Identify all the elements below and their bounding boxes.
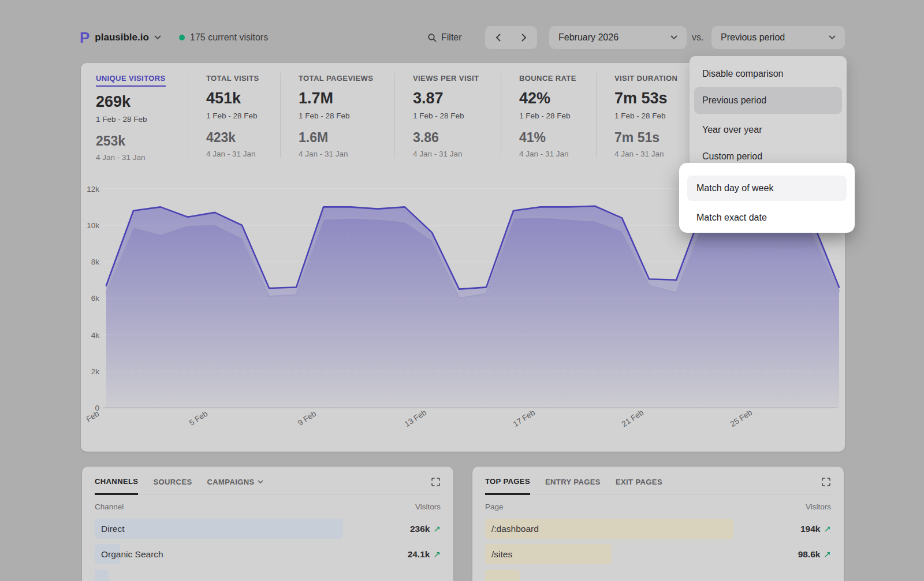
- metric-prev-period: 4 Jan - 31 Jan: [206, 150, 280, 158]
- metric-period: 1 Feb - 28 Feb: [413, 111, 501, 120]
- row-label: Direct: [95, 524, 124, 534]
- menu-item-match-day-of-week[interactable]: Match day of week: [687, 176, 847, 201]
- chevron-down-icon: [258, 480, 263, 484]
- chevron-left-icon: [495, 33, 501, 42]
- comparison-label: Previous period: [721, 32, 785, 43]
- svg-text:9 Feb: 9 Feb: [296, 409, 318, 427]
- metric-prev-period: 4 Jan - 31 Jan: [413, 150, 501, 158]
- current-visitors[interactable]: 175 current visitors: [179, 26, 268, 49]
- row-value: 194k↗: [800, 519, 831, 539]
- menu-item-previous-period[interactable]: Previous period: [694, 87, 842, 114]
- tab-top-pages[interactable]: TOP PAGES: [485, 477, 530, 495]
- metric-prev-value: 1.6M: [299, 130, 394, 146]
- metric-label: VIEWS PER VISIT: [413, 74, 479, 83]
- pages-panel: TOP PAGES ENTRY PAGES EXIT PAGES Page Vi…: [472, 467, 844, 581]
- up-right-arrow-icon: ↗: [433, 549, 441, 559]
- svg-text:17 Feb: 17 Feb: [512, 408, 536, 428]
- channels-tabs: CHANNELS SOURCES CAMPAIGNS: [95, 467, 441, 494]
- pages-rows: /:dashboard 194k↗ /sites 98.6k↗: [485, 519, 831, 581]
- metric-value: 451k: [206, 90, 280, 107]
- channels-column-headers: Channel Visitors: [95, 502, 441, 511]
- row-label: /:dashboard: [485, 524, 539, 534]
- svg-text:2k: 2k: [91, 367, 100, 376]
- chevron-right-icon: [521, 33, 527, 42]
- top-bar: P plausible.io 175 current visitors Filt…: [0, 0, 924, 58]
- metric-prev-value: 423k: [206, 130, 280, 146]
- tab-entry-pages[interactable]: ENTRY PAGES: [545, 478, 601, 494]
- current-visitors-label: 175 current visitors: [190, 32, 268, 43]
- vs-label: vs.: [692, 26, 703, 49]
- previous-period-arrow-button[interactable]: [485, 26, 511, 49]
- column-header: Channel: [95, 502, 124, 511]
- table-row[interactable]: Organic Search 24.1k↗: [95, 544, 441, 564]
- metric-value: 1.7M: [299, 90, 394, 107]
- svg-text:12k: 12k: [87, 185, 99, 193]
- column-header: Visitors: [806, 502, 831, 511]
- metric-value: 3.87: [413, 90, 501, 107]
- metric-prev-value: 41%: [519, 130, 596, 146]
- metric-total-pageviews[interactable]: TOTAL PAGEVIEWS 1.7M 1 Feb - 28 Feb 1.6M…: [280, 73, 394, 158]
- channels-rows: Direct 236k↗ Organic Search 24.1k↗: [95, 519, 441, 581]
- table-row[interactable]: Direct 236k↗: [95, 519, 441, 539]
- expand-panel-button[interactable]: [821, 477, 831, 487]
- channels-panel: CHANNELS SOURCES CAMPAIGNS Channel Visit…: [82, 467, 453, 581]
- pages-tabs: TOP PAGES ENTRY PAGES EXIT PAGES: [485, 467, 831, 494]
- svg-text:10k: 10k: [87, 221, 99, 230]
- table-row-partial: [95, 569, 441, 581]
- metric-prev-value: 7m 51s: [614, 130, 690, 146]
- pages-column-headers: Page Visitors: [485, 502, 831, 511]
- menu-item-match-exact-date[interactable]: Match exact date: [687, 205, 847, 230]
- row-label: Organic Search: [95, 549, 163, 559]
- metric-visit-duration[interactable]: VISIT DURATION 7m 53s 1 Feb - 28 Feb 7m …: [596, 73, 690, 158]
- table-row[interactable]: /sites 98.6k↗: [485, 544, 831, 564]
- site-picker[interactable]: P plausible.io: [80, 26, 161, 49]
- date-pager: [485, 26, 537, 49]
- svg-text:8k: 8k: [91, 258, 100, 266]
- row-label: /sites: [485, 549, 512, 559]
- metric-value: 7m 53s: [614, 90, 690, 107]
- svg-text:6k: 6k: [91, 294, 100, 303]
- row-value: 24.1k↗: [408, 544, 441, 564]
- svg-text:25 Feb: 25 Feb: [729, 408, 754, 428]
- comparison-button[interactable]: Previous period: [711, 26, 845, 49]
- metric-prev-period: 4 Jan - 31 Jan: [96, 153, 188, 162]
- column-header: Page: [485, 502, 504, 511]
- metric-total-visits[interactable]: TOTAL VISITS 451k 1 Feb - 28 Feb 423k 4 …: [188, 73, 280, 158]
- site-name: plausible.io: [95, 32, 149, 43]
- expand-panel-button[interactable]: [431, 477, 441, 487]
- metric-bounce-rate[interactable]: BOUNCE RATE 42% 1 Feb - 28 Feb 41% 4 Jan…: [501, 73, 596, 158]
- up-right-arrow-icon: ↗: [824, 549, 831, 559]
- metric-prev-period: 4 Jan - 31 Jan: [614, 150, 690, 158]
- filter-button[interactable]: Filter: [427, 26, 462, 49]
- table-row-partial: [485, 569, 831, 581]
- up-right-arrow-icon: ↗: [433, 524, 441, 534]
- metric-prev-value: 253k: [96, 133, 188, 149]
- date-range-label: February 2026: [558, 32, 619, 43]
- metric-unique-visitors[interactable]: UNIQUE VISITORS 269k 1 Feb - 28 Feb 253k…: [95, 73, 188, 162]
- metric-period: 1 Feb - 28 Feb: [614, 111, 690, 120]
- menu-item-disable-comparison[interactable]: Disable comparison: [690, 61, 847, 87]
- table-row[interactable]: /:dashboard 194k↗: [485, 519, 831, 539]
- chevron-down-icon: [670, 35, 677, 40]
- plausible-logo-icon: P: [80, 30, 90, 45]
- date-range-button[interactable]: February 2026: [549, 26, 687, 49]
- plausible-dashboard: P plausible.io 175 current visitors Filt…: [0, 0, 924, 581]
- tab-sources[interactable]: SOURCES: [153, 478, 192, 494]
- menu-item-year-over-year[interactable]: Year over year: [690, 117, 847, 143]
- svg-text:13 Feb: 13 Feb: [403, 408, 428, 428]
- row-value: 98.6k↗: [798, 544, 831, 564]
- tab-channels[interactable]: CHANNELS: [95, 477, 138, 495]
- tab-exit-pages[interactable]: EXIT PAGES: [616, 478, 662, 494]
- filter-label: Filter: [441, 32, 462, 43]
- metric-period: 1 Feb - 28 Feb: [96, 115, 188, 124]
- metric-prev-period: 4 Jan - 31 Jan: [299, 150, 394, 158]
- search-icon: [427, 33, 437, 43]
- metric-period: 1 Feb - 28 Feb: [519, 111, 596, 120]
- chevron-down-icon: [829, 35, 836, 40]
- fullscreen-icon: [431, 477, 441, 487]
- metric-views-per-visit[interactable]: VIEWS PER VISIT 3.87 1 Feb - 28 Feb 3.86…: [394, 73, 501, 158]
- next-period-arrow-button[interactable]: [511, 26, 537, 49]
- metric-label: TOTAL PAGEVIEWS: [299, 74, 373, 83]
- tab-campaigns[interactable]: CAMPAIGNS: [207, 478, 263, 494]
- metric-value: 269k: [96, 93, 188, 111]
